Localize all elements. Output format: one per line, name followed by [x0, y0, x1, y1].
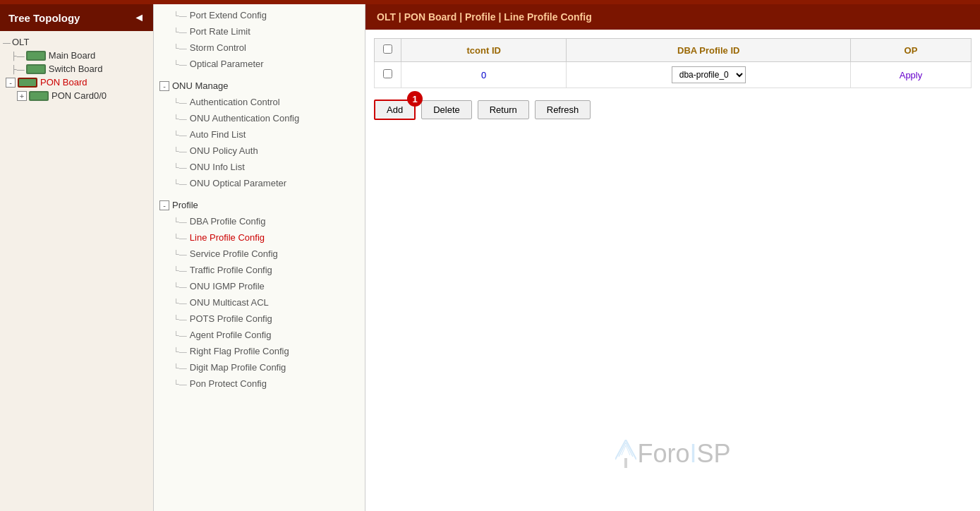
- content-body: tcont ID DBA Profile ID OP: [365, 30, 980, 511]
- tree-connector: —: [3, 38, 11, 47]
- sidebar-item-olt[interactable]: — OLT: [0, 35, 153, 49]
- pon-board-icon: [18, 78, 37, 88]
- onu-manage-header[interactable]: - ONU Manage: [154, 78, 365, 94]
- sidebar-tree: — OLT ├— Main Board ├— Switch Board - PO…: [0, 31, 153, 511]
- row-checkbox-cell: [375, 62, 401, 88]
- switch-board-label: Switch Board: [49, 64, 103, 74]
- sidebar-item-main-board[interactable]: ├— Main Board: [0, 49, 153, 62]
- onu-manage-label: ONU Manage: [172, 80, 228, 91]
- breadcrumb: OLT | PON Board | Profile | Line Profile…: [377, 11, 592, 23]
- pon-board-label: PON Board: [40, 77, 87, 88]
- col-header-checkbox: [375, 39, 401, 62]
- sidebar-item-switch-board[interactable]: ├— Switch Board: [0, 62, 153, 76]
- tcont-id-value: 0: [481, 70, 486, 80]
- content-area: OLT | PON Board | Profile | Line Profile…: [365, 4, 980, 511]
- nav-item-pon-protect-config[interactable]: └— Pon Protect Config: [154, 375, 365, 392]
- svg-rect-6: [624, 458, 627, 468]
- pon-board-expand[interactable]: -: [6, 78, 16, 88]
- watermark-tower-icon: [615, 440, 636, 468]
- nav-item-authentication-control[interactable]: └— Authentication Control: [154, 94, 365, 110]
- col-header-tcont-id: tcont ID: [401, 39, 567, 62]
- profile-label: Profile: [172, 200, 198, 210]
- sidebar-header[interactable]: Tree Topology ◄: [0, 4, 153, 31]
- nav-item-auto-find-list[interactable]: └— Auto Find List: [154, 126, 365, 143]
- nav-item-storm-control[interactable]: └— Storm Control: [154, 40, 365, 56]
- watermark: Foro I SP: [615, 439, 730, 469]
- nav-item-service-profile-config[interactable]: └— Service Profile Config: [154, 246, 365, 262]
- nav-panel: └— Port Extend Config └— Port Rate Limit…: [154, 4, 365, 511]
- sidebar-title: Tree Topology: [8, 12, 80, 24]
- sidebar: Tree Topology ◄ — OLT ├— Main Board ├— S…: [0, 4, 154, 511]
- profile-expand[interactable]: -: [159, 200, 169, 210]
- profile-header[interactable]: - Profile: [154, 197, 365, 213]
- nav-section-onu-manage: - ONU Manage └— Authentication Control └…: [154, 75, 365, 194]
- main-layout: Tree Topology ◄ — OLT ├— Main Board ├— S…: [0, 4, 980, 511]
- sidebar-item-pon-card[interactable]: + PON Card0/0: [0, 89, 153, 102]
- sidebar-item-pon-board[interactable]: - PON Board: [0, 76, 153, 89]
- olt-label: OLT: [12, 37, 29, 47]
- data-table: tcont ID DBA Profile ID OP: [374, 38, 972, 88]
- add-badge: 1: [407, 91, 423, 107]
- switch-board-icon: [26, 64, 46, 74]
- nav-item-agent-profile-config[interactable]: └— Agent Profile Config: [154, 327, 365, 343]
- nav-item-dba-profile-config[interactable]: └— DBA Profile Config: [154, 213, 365, 229]
- main-board-label: Main Board: [49, 50, 95, 61]
- add-button-wrapper: Add 1: [374, 100, 416, 120]
- nav-item-pots-profile-config[interactable]: └— POTS Profile Config: [154, 311, 365, 327]
- nav-item-traffic-profile-config[interactable]: └— Traffic Profile Config: [154, 262, 365, 278]
- watermark-text-i: I: [689, 439, 696, 469]
- nav-item-port-rate-limit[interactable]: └— Port Rate Limit: [154, 23, 365, 40]
- apply-link[interactable]: Apply: [850, 62, 971, 88]
- nav-item-digit-map-profile-config[interactable]: └— Digit Map Profile Config: [154, 359, 365, 375]
- dba-profile-select[interactable]: dba-profile_0 dba-profile_1 dba-profile_…: [672, 66, 746, 83]
- nav-item-onu-policy-auth[interactable]: └— ONU Policy Auth: [154, 143, 365, 159]
- nav-item-line-profile-config[interactable]: └— Line Profile Config: [154, 229, 365, 246]
- nav-item-onu-multicast-acl[interactable]: └— ONU Multicast ACL: [154, 294, 365, 311]
- pon-card-label: PON Card0/0: [52, 90, 107, 101]
- select-all-checkbox[interactable]: [383, 44, 392, 54]
- watermark-text-sp: SP: [697, 439, 731, 469]
- nav-item-onu-authentication-config[interactable]: └— ONU Authentication Config: [154, 110, 365, 126]
- col-header-op: OP: [850, 39, 971, 62]
- breadcrumb-bar: OLT | PON Board | Profile | Line Profile…: [365, 4, 980, 30]
- table-row: 0 dba-profile_0 dba-profile_1 dba-profil…: [375, 62, 972, 88]
- col-header-dba-profile-id: DBA Profile ID: [567, 39, 851, 62]
- main-board-icon: [26, 51, 46, 61]
- dba-profile-cell: dba-profile_0 dba-profile_1 dba-profile_…: [567, 62, 851, 88]
- refresh-button[interactable]: Refresh: [535, 100, 591, 119]
- pon-card-icon: [29, 91, 49, 101]
- nav-item-optical-parameter[interactable]: └— Optical Parameter: [154, 56, 365, 72]
- button-bar: Add 1 Delete Return Refresh: [374, 97, 972, 128]
- nav-item-onu-optical-parameter[interactable]: └— ONU Optical Parameter: [154, 175, 365, 191]
- nav-item-onu-info-list[interactable]: └— ONU Info List: [154, 159, 365, 175]
- return-button[interactable]: Return: [478, 100, 529, 119]
- onu-manage-expand[interactable]: -: [159, 81, 169, 91]
- pon-card-expand[interactable]: +: [17, 91, 27, 101]
- sidebar-collapse-icon[interactable]: ◄: [133, 11, 145, 24]
- tree-connector: ├—: [11, 65, 25, 73]
- nav-item-port-extend-config[interactable]: └— Port Extend Config: [154, 7, 365, 23]
- nav-item-right-flag-profile-config[interactable]: └— Right Flag Profile Config: [154, 343, 365, 359]
- watermark-text-foro: Foro: [637, 439, 689, 469]
- delete-button[interactable]: Delete: [421, 100, 472, 119]
- tree-connector: ├—: [11, 52, 25, 60]
- nav-item-onu-igmp-profile[interactable]: └— ONU IGMP Profile: [154, 278, 365, 294]
- row-checkbox[interactable]: [383, 69, 392, 78]
- nav-section-profile: - Profile └— DBA Profile Config └— Line …: [154, 194, 365, 395]
- nav-section-port: └— Port Extend Config └— Port Rate Limit…: [154, 4, 365, 75]
- tcont-id-cell: 0: [401, 62, 567, 88]
